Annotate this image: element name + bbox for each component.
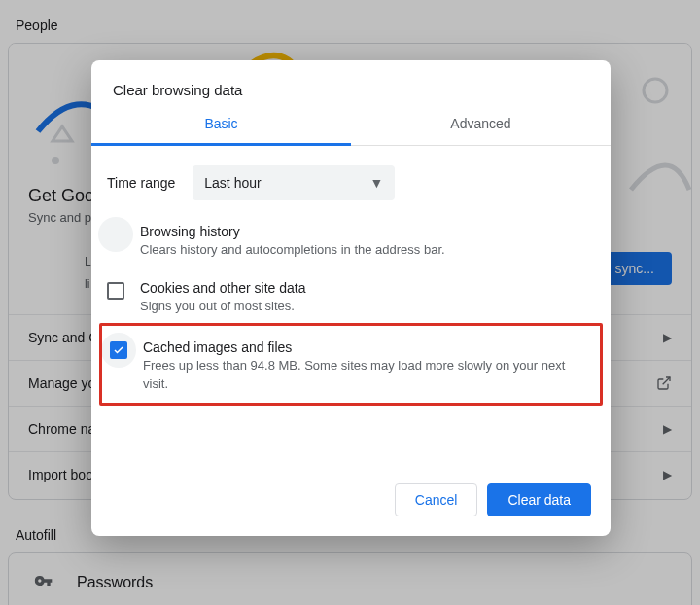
option-desc: Frees up less than 94.8 MB. Some sites m… — [143, 357, 592, 392]
tab-advanced[interactable]: Advanced — [351, 116, 611, 145]
checkbox-cookies[interactable] — [107, 282, 124, 300]
time-range-select[interactable]: Last hour ▼ — [192, 165, 395, 200]
clear-browsing-data-dialog: Clear browsing data Basic Advanced Time … — [91, 60, 611, 536]
time-range-value: Last hour — [204, 175, 261, 191]
option-cached[interactable]: Cached images and files Frees up less th… — [110, 330, 592, 398]
caret-down-icon: ▼ — [369, 175, 383, 191]
dialog-title: Clear browsing data — [91, 60, 611, 116]
option-desc: Signs you out of most sites. — [140, 298, 305, 315]
clear-data-button[interactable]: Clear data — [487, 483, 591, 516]
option-cookies[interactable]: Cookies and other site data Signs you ou… — [107, 270, 595, 327]
option-title: Cached images and files — [143, 339, 592, 355]
option-desc: Clears history and autocompletions in th… — [140, 241, 445, 259]
checkbox-cached[interactable] — [110, 341, 127, 359]
time-range-label: Time range — [107, 175, 175, 191]
cancel-button[interactable]: Cancel — [395, 483, 478, 516]
option-browsing-history[interactable]: Browsing history Clears history and auto… — [107, 214, 595, 270]
checkbox-browsing-history[interactable] — [107, 226, 124, 243]
option-title: Cookies and other site data — [140, 280, 305, 296]
highlight-box: Cached images and files Frees up less th… — [99, 323, 603, 405]
option-title: Browsing history — [140, 224, 445, 239]
tab-basic[interactable]: Basic — [91, 116, 351, 146]
